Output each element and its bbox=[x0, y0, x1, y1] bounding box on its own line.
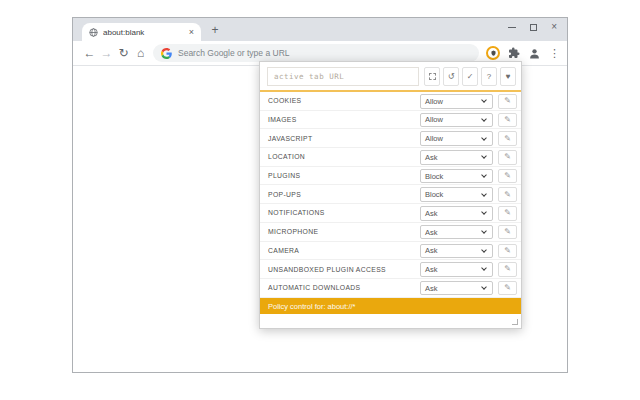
notifications-select[interactable]: Ask bbox=[420, 206, 493, 221]
chevron-down-icon bbox=[481, 97, 487, 103]
edit-unsandboxed-plugin-access-button[interactable]: ✎ bbox=[498, 262, 517, 277]
edit-automatic-downloads-button[interactable]: ✎ bbox=[498, 281, 517, 296]
back-icon[interactable]: ← bbox=[81, 46, 98, 60]
row-cookies: COOKIES Allow ✎ bbox=[260, 92, 521, 111]
extension-action-icon[interactable] bbox=[486, 46, 500, 60]
setting-label: MICROPHONE bbox=[268, 228, 318, 235]
location-select[interactable]: Ask bbox=[420, 150, 493, 165]
reset-button[interactable]: ↺ bbox=[443, 67, 459, 86]
cookies-select[interactable]: Allow bbox=[420, 94, 493, 109]
edit-plugins-button[interactable]: ✎ bbox=[498, 169, 517, 184]
plugins-select[interactable]: Block bbox=[420, 169, 493, 184]
tab-about-blank[interactable]: about:blank × bbox=[82, 23, 201, 41]
home-icon[interactable]: ⌂ bbox=[132, 46, 149, 60]
row-camera: CAMERA Ask ✎ bbox=[260, 242, 521, 261]
edit-notifications-button[interactable]: ✎ bbox=[498, 206, 517, 221]
maximize-icon[interactable] bbox=[530, 24, 537, 31]
pencil-icon: ✎ bbox=[504, 247, 511, 255]
edit-images-button[interactable]: ✎ bbox=[498, 113, 517, 128]
row-location: LOCATION Ask ✎ bbox=[260, 148, 521, 167]
chevron-down-icon bbox=[481, 116, 487, 122]
pencil-icon: ✎ bbox=[504, 116, 511, 124]
favorite-button[interactable]: ♥ bbox=[500, 67, 516, 86]
images-select[interactable]: Allow bbox=[420, 113, 493, 128]
pencil-icon: ✎ bbox=[504, 209, 511, 217]
settings-list: COOKIES Allow ✎ IMAGES Allow ✎ JAVASCRIP… bbox=[260, 92, 521, 298]
tab-title: about:blank bbox=[103, 28, 189, 37]
globe-favicon-icon bbox=[89, 28, 98, 37]
popup-header-buttons: ↺ ✓ ? ♥ bbox=[424, 67, 516, 86]
url-search-input[interactable] bbox=[178, 48, 471, 58]
undo-icon: ↺ bbox=[448, 72, 455, 81]
chevron-down-icon bbox=[481, 135, 487, 141]
chevron-down-icon bbox=[481, 228, 487, 234]
setting-label: COOKIES bbox=[268, 97, 301, 104]
setting-label: AUTOMATIC DOWNLOADS bbox=[268, 284, 361, 291]
pencil-icon: ✎ bbox=[504, 135, 511, 143]
setting-label: JAVASCRIPT bbox=[268, 135, 312, 142]
question-icon: ? bbox=[487, 72, 491, 81]
extension-popup: ↺ ✓ ? ♥ COOKIES Allow ✎ IMAGES Allow ✎ J… bbox=[259, 61, 522, 329]
edit-location-button[interactable]: ✎ bbox=[498, 150, 517, 165]
chevron-down-icon bbox=[481, 247, 487, 253]
pencil-icon: ✎ bbox=[504, 172, 511, 180]
microphone-select[interactable]: Ask bbox=[420, 225, 493, 240]
popups-select[interactable]: Block bbox=[420, 187, 493, 202]
setting-label: PLUGINS bbox=[268, 172, 300, 179]
profile-avatar-icon[interactable] bbox=[528, 47, 541, 60]
edit-cookies-button[interactable]: ✎ bbox=[498, 94, 517, 109]
row-unsandboxed-plugin-access: UNSANDBOXED PLUGIN ACCESS Ask ✎ bbox=[260, 260, 521, 279]
pencil-icon: ✎ bbox=[504, 284, 511, 292]
row-images: IMAGES Allow ✎ bbox=[260, 111, 521, 130]
edit-camera-button[interactable]: ✎ bbox=[498, 244, 517, 259]
row-notifications: NOTIFICATIONS Ask ✎ bbox=[260, 204, 521, 223]
shield-icon bbox=[490, 50, 497, 57]
pencil-icon: ✎ bbox=[504, 191, 511, 199]
edit-microphone-button[interactable]: ✎ bbox=[498, 225, 517, 240]
window-controls: × bbox=[508, 18, 561, 36]
javascript-select[interactable]: Allow bbox=[420, 131, 493, 146]
confirm-button[interactable]: ✓ bbox=[462, 67, 478, 86]
chevron-down-icon bbox=[481, 154, 487, 160]
row-popups: POP-UPS Block ✎ bbox=[260, 185, 521, 204]
browser-window: about:blank × + × ← → ↻ ⌂ bbox=[72, 17, 568, 373]
setting-label: UNSANDBOXED PLUGIN ACCESS bbox=[268, 266, 386, 273]
expand-button[interactable] bbox=[424, 67, 440, 86]
new-tab-button[interactable]: + bbox=[207, 22, 223, 38]
unsandboxed-plugin-access-select[interactable]: Ask bbox=[420, 262, 493, 277]
policy-banner-text: Policy control for: about://* bbox=[268, 302, 356, 311]
setting-label: NOTIFICATIONS bbox=[268, 209, 325, 216]
omnibox[interactable] bbox=[153, 44, 479, 62]
automatic-downloads-select[interactable]: Ask bbox=[420, 281, 493, 296]
tab-strip: about:blank × + × bbox=[73, 18, 567, 41]
dashed-box-icon bbox=[429, 73, 436, 80]
chevron-down-icon bbox=[481, 210, 487, 216]
edit-javascript-button[interactable]: ✎ bbox=[498, 131, 517, 146]
heart-icon: ♥ bbox=[506, 72, 511, 81]
check-icon: ✓ bbox=[467, 72, 474, 81]
pencil-icon: ✎ bbox=[504, 265, 511, 273]
minimize-icon[interactable] bbox=[508, 27, 516, 28]
pencil-icon: ✎ bbox=[504, 228, 511, 236]
reload-icon[interactable]: ↻ bbox=[115, 46, 132, 60]
tab-close-icon[interactable]: × bbox=[189, 28, 194, 37]
resize-handle-icon[interactable] bbox=[512, 319, 518, 325]
forward-icon[interactable]: → bbox=[98, 46, 115, 60]
window-close-icon[interactable]: × bbox=[551, 22, 557, 32]
row-automatic-downloads: AUTOMATIC DOWNLOADS Ask ✎ bbox=[260, 279, 521, 298]
menu-kebab-icon[interactable]: ⋮ bbox=[549, 47, 559, 60]
setting-label: LOCATION bbox=[268, 153, 305, 160]
edit-popups-button[interactable]: ✎ bbox=[498, 187, 517, 202]
help-button[interactable]: ? bbox=[481, 67, 497, 86]
popup-footer bbox=[260, 314, 521, 328]
setting-label: POP-UPS bbox=[268, 191, 301, 198]
camera-select[interactable]: Ask bbox=[420, 244, 493, 259]
chevron-down-icon bbox=[481, 191, 487, 197]
pencil-icon: ✎ bbox=[504, 97, 511, 105]
extensions-puzzle-icon[interactable] bbox=[508, 47, 520, 59]
pencil-icon: ✎ bbox=[504, 153, 511, 161]
chevron-down-icon bbox=[481, 172, 487, 178]
row-microphone: MICROPHONE Ask ✎ bbox=[260, 223, 521, 242]
pattern-input[interactable] bbox=[267, 67, 419, 86]
chevron-down-icon bbox=[481, 266, 487, 272]
